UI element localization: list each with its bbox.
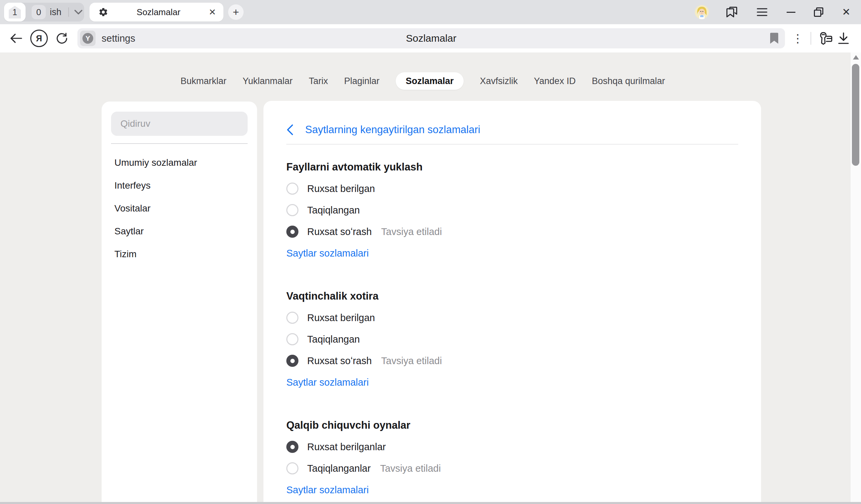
- tab-group-icon: 1: [9, 6, 21, 18]
- radio-label: Ruxsat soʻrash: [307, 355, 372, 366]
- sidebar-item-umumiy-sozlamalar[interactable]: Umumiy sozlamalar: [101, 151, 257, 174]
- radio-option[interactable]: Ruxsat berilgan: [286, 178, 738, 199]
- tab-close-icon[interactable]: ✕: [209, 7, 216, 17]
- radio-option[interactable]: Taqiqlangan: [286, 199, 738, 221]
- back-icon[interactable]: [8, 30, 25, 47]
- radio-label: Ruxsat berilganlar: [307, 442, 386, 452]
- radio-button[interactable]: [286, 462, 298, 474]
- radio-option[interactable]: Taqiqlanganlar Tavsiya etiladi: [286, 458, 738, 479]
- sites-settings-link[interactable]: Saytlar sozlamalari: [286, 242, 738, 264]
- restore-button[interactable]: [812, 6, 825, 18]
- minimize-button[interactable]: [785, 6, 797, 18]
- tab-strip: 1 0 ish Sozlamalar ✕ +: [0, 0, 861, 24]
- radio-option[interactable]: Taqiqlangan: [286, 328, 738, 350]
- radio-option[interactable]: Ruxsat berilganlar: [286, 436, 738, 458]
- section-vaqtinchalik-xotira: Vaqtinchalik xotira Ruxsat berilgan Taqi…: [286, 285, 738, 393]
- radio-note: Tavsiya etiladi: [380, 463, 441, 474]
- radio-option[interactable]: Ruxsat berilgan: [286, 307, 738, 328]
- nav-item-boshqa-qurilmalar[interactable]: Boshqa qurilmalar: [592, 72, 665, 90]
- sites-settings-link[interactable]: Saytlar sozlamalari: [286, 479, 738, 501]
- tab-title: Sozlamalar: [108, 7, 209, 17]
- nav-item-sozlamalar[interactable]: Sozlamalar: [396, 72, 464, 90]
- radio-button[interactable]: [286, 441, 298, 453]
- nav-item-tarix[interactable]: Tarix: [309, 72, 328, 90]
- profile-avatar[interactable]: [695, 5, 709, 19]
- new-tab-button[interactable]: +: [228, 4, 244, 20]
- window-bottom-edge: [0, 502, 861, 504]
- section-title: Vaqtinchalik xotira: [286, 285, 738, 307]
- site-badge-icon: Y: [80, 31, 96, 46]
- nav-item-bukmarklar[interactable]: Bukmarklar: [181, 72, 227, 90]
- address-bar-title: Sozlamalar: [77, 33, 785, 44]
- radio-label: Ruxsat soʻrash: [307, 226, 372, 237]
- sidebar-item-interfeys[interactable]: Interfeys: [101, 174, 257, 197]
- page-title[interactable]: Saytlarning kengaytirilgan sozlamalari: [305, 124, 480, 136]
- menu-icon[interactable]: [755, 5, 769, 19]
- close-button[interactable]: ✕: [840, 6, 852, 18]
- chevron-down-icon[interactable]: [74, 10, 82, 14]
- reload-icon[interactable]: [53, 30, 71, 47]
- radio-label: Taqiqlanganlar: [307, 463, 371, 474]
- nav-item-xavfsizlik[interactable]: Xavfsizlik: [480, 72, 518, 90]
- radio-option[interactable]: Ruxsat soʻrash Tavsiya etiladi: [286, 221, 738, 242]
- toolbar-divider: [810, 32, 811, 45]
- radio-button[interactable]: [286, 204, 298, 216]
- radio-button[interactable]: [286, 312, 298, 324]
- settings-page: Bukmarklar Yuklanmalar Tarix Plaginlar S…: [0, 53, 861, 502]
- sidebar-divider: [111, 143, 248, 144]
- more-menu-icon[interactable]: ⋮: [791, 32, 805, 45]
- nav-item-yandex-id[interactable]: Yandex ID: [534, 72, 576, 90]
- radio-note: Tavsiya etiladi: [381, 226, 442, 237]
- settings-sidebar: Umumiy sozlamalar Interfeys Vositalar Sa…: [101, 101, 257, 504]
- radio-label: Ruxsat berilgan: [307, 312, 375, 323]
- tab-group-switcher[interactable]: 1 0 ish: [4, 3, 84, 22]
- settings-main-panel: Saytlarning kengaytirilgan sozlamalari F…: [263, 101, 761, 502]
- sidebar-item-vositalar[interactable]: Vositalar: [101, 197, 257, 220]
- section-qalqib-chiquvchi-oynalar: Qalqib chiquvchi oynalar Ruxsat berilgan…: [286, 415, 738, 501]
- bookmark-icon[interactable]: [769, 33, 779, 44]
- tab-group-active-count: 1: [12, 8, 17, 17]
- radio-option[interactable]: Ruxsat soʻrash Tavsiya etiladi: [286, 350, 738, 372]
- nav-item-yuklanmalar[interactable]: Yuklanmalar: [243, 72, 293, 90]
- downloads-icon[interactable]: [835, 30, 852, 47]
- scroll-up-arrow-icon[interactable]: [853, 55, 859, 59]
- tab-group-active-chip[interactable]: 1: [4, 3, 26, 22]
- tab-group-label: ish: [50, 7, 62, 17]
- tab-sozlamalar[interactable]: Sozlamalar ✕: [90, 3, 223, 22]
- radio-button[interactable]: [286, 183, 298, 195]
- sidebar-list: Umumiy sozlamalar Interfeys Vositalar Sa…: [101, 151, 257, 266]
- tab-group-other-count: 0: [36, 7, 41, 17]
- bookmarks-panel-icon[interactable]: [724, 5, 739, 19]
- section-title: Fayllarni avtomatik yuklash: [286, 156, 738, 178]
- browser-window: 1 0 ish Sozlamalar ✕ +: [0, 0, 861, 504]
- section-fayllarni-avtomatik-yuklash: Fayllarni avtomatik yuklash Ruxsat beril…: [286, 156, 738, 264]
- radio-button[interactable]: [286, 226, 298, 238]
- tab-group-divider: [68, 8, 69, 17]
- nav-item-plaginlar[interactable]: Plaginlar: [344, 72, 380, 90]
- address-bar[interactable]: Y settings Sozlamalar: [77, 28, 785, 48]
- radio-button[interactable]: [286, 355, 298, 367]
- sites-settings-link[interactable]: Saytlar sozlamalari: [286, 372, 738, 393]
- yandex-logo-icon[interactable]: Я: [30, 30, 48, 47]
- password-manager-icon[interactable]: [817, 30, 835, 47]
- toolbar: Я Y settings Sozlamalar ⋮: [0, 24, 861, 53]
- sidebar-item-saytlar[interactable]: Saytlar: [101, 220, 257, 243]
- tab-group-other-chip[interactable]: 0: [32, 5, 46, 19]
- radio-label: Taqiqlangan: [307, 334, 360, 345]
- search-input[interactable]: [111, 112, 248, 136]
- header-divider: [286, 144, 738, 144]
- gear-icon: [98, 7, 108, 17]
- back-chevron-icon[interactable]: [286, 124, 294, 136]
- radio-label: Taqiqlangan: [307, 205, 360, 216]
- scrollbar[interactable]: [850, 53, 861, 502]
- page-header: Saytlarning kengaytirilgan sozlamalari: [286, 119, 738, 141]
- radio-note: Tavsiya etiladi: [381, 355, 442, 366]
- url-text[interactable]: settings: [101, 33, 135, 44]
- radio-button[interactable]: [286, 333, 298, 345]
- sidebar-item-tizim[interactable]: Tizim: [101, 243, 257, 266]
- section-title: Qalqib chiquvchi oynalar: [286, 415, 738, 436]
- scrollbar-thumb[interactable]: [852, 64, 859, 166]
- settings-nav: Bukmarklar Yuklanmalar Tarix Plaginlar S…: [0, 72, 846, 90]
- radio-label: Ruxsat berilgan: [307, 183, 375, 194]
